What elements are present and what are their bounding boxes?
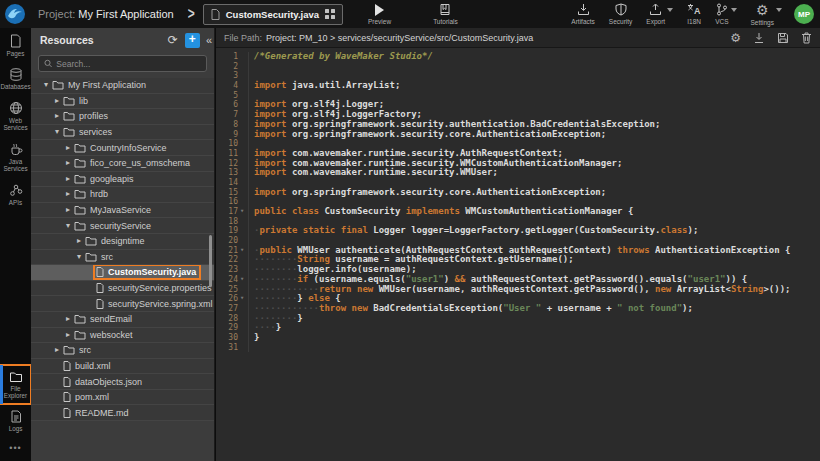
tree-item-services[interactable]: ▾services [31,125,214,141]
tree-item-fico-core-us-omschema[interactable]: ▸fico_core_us_omschema [31,156,214,172]
tree-item-googleapis[interactable]: ▸googleapis [31,172,214,188]
tree-item-myjavaservice[interactable]: ▸MyJavaService [31,203,214,219]
tree-item-dataobjects.json[interactable]: dataObjects.json [31,374,214,390]
fold-icon[interactable]: ▾ [238,294,246,304]
sidebar-more-button[interactable]: ••• [0,437,31,461]
caret-right-icon[interactable]: ▸ [63,174,73,184]
panel-scrollbar[interactable] [209,235,212,287]
code-line[interactable]: import com.wavemaker.runtime.security.WM… [254,168,820,178]
i18n-button[interactable]: A I18N [687,0,701,28]
sidebar-item-databases[interactable]: Databases [0,62,31,95]
code-line[interactable]: ········} [254,314,820,324]
caret-right-icon[interactable]: ▸ [52,96,62,106]
vcs-caret-icon[interactable] [731,8,737,12]
caret-right-icon[interactable]: ▸ [63,314,73,324]
save-icon[interactable] [777,32,789,44]
code-line[interactable]: /*Generated by WaveMaker Studio*/ [254,52,820,62]
project-name[interactable]: My First Application [78,8,173,20]
caret-down-icon[interactable]: ▾ [63,221,73,231]
caret-down-icon[interactable]: ▾ [41,80,51,90]
folder-icon [63,127,75,137]
tree-item-sendemail[interactable]: ▸sendEmail [31,312,214,328]
folder-icon [74,221,86,231]
resources-panel: Resources ⟳ + « ▾My First Application▸li… [31,28,215,461]
search-input[interactable] [56,59,201,69]
code-line[interactable] [254,343,820,353]
tree-item-pom.xml[interactable]: pom.xml [31,390,214,406]
export-button[interactable]: Export [646,0,665,28]
collapse-panel-icon[interactable]: « [206,34,212,46]
tree-item-countryinfoservice[interactable]: ▸CountryInfoService [31,140,214,156]
sidebar-item-web-services[interactable]: Web Services [0,95,31,136]
code-line[interactable]: ····} [254,323,820,333]
tree-item-hrdb[interactable]: ▸hrdb [31,187,214,203]
caret-right-icon[interactable]: ▸ [74,236,84,246]
caret-down-icon[interactable]: ▾ [52,127,62,137]
tree-item-build.xml[interactable]: build.xml [31,359,214,375]
editor-tab-customsecurity[interactable]: CustomSecurity.java [203,4,343,25]
search-box[interactable] [38,55,207,72]
tree-item-customsecurity.java[interactable]: CustomSecurity.java [31,265,214,281]
sidebar-item-file-explorer[interactable]: File Explorer [0,365,31,404]
tree-item-src[interactable]: ▸src [31,343,214,359]
sidebar-item-label: Databases [0,83,30,90]
code-line[interactable]: ············throw new BadCredentialsExce… [254,304,820,314]
tree-item-securityservice.spring.xml[interactable]: securityService.spring.xml [31,296,214,312]
caret-right-icon[interactable]: ▸ [63,330,73,340]
caret-right-icon[interactable]: ▸ [63,205,73,215]
editor-settings-gear-icon[interactable]: ⚙ [730,31,741,45]
sidebar-item-pages[interactable]: Pages [0,28,31,62]
sidebar-item-apis[interactable]: APIs [0,177,31,211]
code-line[interactable]: public class CustomSecurity implements W… [254,207,820,217]
artifacts-button[interactable]: Artifacts [571,0,594,28]
code-line[interactable]: ·private static final Logger logger=Logg… [254,226,820,236]
code-line[interactable]: } [254,333,820,343]
fold-icon[interactable]: ▾ [238,275,246,285]
tree-item-lib[interactable]: ▸lib [31,94,214,110]
add-resource-button[interactable]: + [185,33,200,48]
tree-item-src[interactable]: ▾src [31,250,214,266]
tree-item-label: CustomSecurity.java [108,267,196,277]
settings-button[interactable]: ⚙ Settings [751,0,775,28]
line-number: 23 [216,265,248,275]
tutorials-button[interactable]: Tutorials [433,0,458,28]
caret-right-icon[interactable]: ▸ [63,143,73,153]
line-number: 5 [216,91,248,101]
sidebar-item-java-services[interactable]: Java Services [0,136,31,177]
tree-item-readme.md[interactable]: README.md [31,405,214,421]
tree-item-my-first-application[interactable]: ▾My First Application [31,78,214,94]
tree-item-label: src [101,252,113,262]
resource-tree: ▾My First Application▸lib▸profiles▾servi… [31,78,214,421]
security-button[interactable]: Security [609,0,632,28]
caret-right-icon[interactable]: ▸ [52,111,62,121]
caret-right-icon[interactable]: ▸ [63,158,73,168]
code-line[interactable]: import java.util.ArrayList; [254,81,820,91]
download-icon[interactable] [753,32,765,44]
code-content[interactable]: /*Generated by WaveMaker Studio*/ import… [248,52,820,352]
wavemaker-logo-icon[interactable] [4,3,26,25]
tree-item-securityservice.properties[interactable]: securityService.properties [31,281,214,297]
trash-icon[interactable] [801,32,812,44]
caret-right-icon[interactable]: ▸ [52,345,62,355]
tree-item-designtime[interactable]: ▸designtime [31,234,214,250]
sidebar-item-logs[interactable]: Logs [0,404,31,437]
fold-icon[interactable]: ▾ [238,207,246,217]
fold-icon[interactable]: ▾ [238,246,246,256]
tree-item-websocket[interactable]: ▸websocket [31,328,214,344]
code-editor[interactable]: 1234567891011121314151617▾18192021▾22232… [216,48,820,352]
export-caret-icon[interactable] [667,8,673,12]
line-number: 25 [216,285,248,295]
grid-icon[interactable] [325,9,335,19]
code-line[interactable] [254,62,820,72]
preview-button[interactable]: Preview [368,0,391,28]
user-avatar[interactable]: MP [794,4,814,24]
code-line[interactable]: import org.springframework.security.core… [254,130,820,140]
code-line[interactable]: import org.springframework.security.core… [254,188,820,198]
settings-caret-icon[interactable] [776,8,782,12]
caret-right-icon[interactable]: ▸ [63,189,73,199]
caret-down-icon[interactable]: ▾ [74,252,84,262]
refresh-icon[interactable]: ⟳ [168,34,178,46]
tree-item-securityservice[interactable]: ▾securityService [31,218,214,234]
tree-item-profiles[interactable]: ▸profiles [31,109,214,125]
vcs-button[interactable]: VCS [715,0,728,28]
